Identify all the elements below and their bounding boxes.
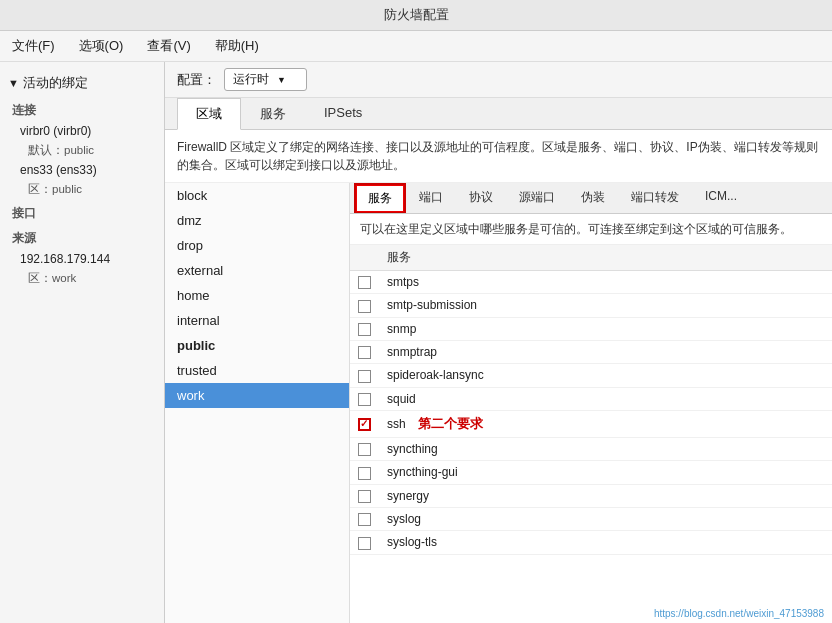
service-row-smtp-submission: smtp-submission [350, 294, 832, 317]
sub-tab-ports[interactable]: 端口 [406, 183, 456, 213]
service-row-syslog: syslog [350, 507, 832, 530]
service-row-spideroak-lansync: spideroak-lansync [350, 364, 832, 387]
zone-work[interactable]: work [165, 383, 349, 408]
checkbox-smtps[interactable] [358, 276, 371, 289]
service-row-syncthing-gui: syncthing-gui [350, 461, 832, 484]
tab-services[interactable]: 服务 [241, 98, 305, 129]
sub-tab-protocol[interactable]: 协议 [456, 183, 506, 213]
config-label: 配置： [177, 71, 216, 89]
checkbox-cell-spideroak-lansync [350, 364, 379, 387]
sub-tab-masquerade[interactable]: 伪装 [568, 183, 618, 213]
sidebar-group-connections: 连接 [0, 96, 164, 121]
active-connections-toggle[interactable]: ▼ 活动的绑定 [0, 70, 164, 96]
service-row-squid: squid [350, 387, 832, 410]
service-table-area: 服务 smtpssmtp-submissionsnmpsnmptrapspide… [350, 245, 832, 623]
checkbox-syslog-tls[interactable] [358, 537, 371, 550]
checkbox-ssh[interactable] [358, 418, 371, 431]
checkbox-cell-syslog-tls [350, 531, 379, 554]
menu-options[interactable]: 选项(O) [75, 35, 128, 57]
service-row-ssh: ssh第二个要求 [350, 410, 832, 437]
checkbox-squid[interactable] [358, 393, 371, 406]
sub-tab-src-ports[interactable]: 源端口 [506, 183, 568, 213]
sidebar-sub-ens33-zone: 区：public [0, 180, 164, 199]
service-description: 可以在这里定义区域中哪些服务是可信的。可连接至绑定到这个区域的可信服务。 [350, 214, 832, 245]
zone-dmz[interactable]: dmz [165, 208, 349, 233]
config-dropdown[interactable]: 运行时 [224, 68, 307, 91]
col-service-header: 服务 [379, 245, 832, 271]
menu-help[interactable]: 帮助(H) [211, 35, 263, 57]
checkbox-snmp[interactable] [358, 323, 371, 336]
zone-external[interactable]: external [165, 258, 349, 283]
service-label-syslog: syslog [379, 507, 832, 530]
sidebar-sub-source-zone: 区：work [0, 269, 164, 288]
title-text: 防火墙配置 [384, 7, 449, 22]
zone-public[interactable]: public [165, 333, 349, 358]
service-table: 服务 smtpssmtp-submissionsnmpsnmptrapspide… [350, 245, 832, 555]
main-description: FirewallD 区域定义了绑定的网络连接、接口以及源地址的可信程度。区域是服… [165, 130, 832, 183]
zone-internal[interactable]: internal [165, 308, 349, 333]
main-tabs: 区域 服务 IPSets [165, 98, 832, 130]
service-label-syncthing-gui: syncthing-gui [379, 461, 832, 484]
sub-tab-icm[interactable]: ICM... [692, 183, 750, 213]
checkbox-cell-squid [350, 387, 379, 410]
sidebar-item-ens33[interactable]: ens33 (ens33) [0, 160, 164, 180]
zone-trusted[interactable]: trusted [165, 358, 349, 383]
menu-view[interactable]: 查看(V) [143, 35, 194, 57]
checkbox-cell-syncthing [350, 437, 379, 460]
checkbox-cell-synergy [350, 484, 379, 507]
checkbox-snmptrap[interactable] [358, 346, 371, 359]
col-checkbox [350, 245, 379, 271]
service-row-smtps: smtps [350, 271, 832, 294]
service-row-snmptrap: snmptrap [350, 340, 832, 363]
service-label-snmp: snmp [379, 317, 832, 340]
tab-zones[interactable]: 区域 [177, 98, 241, 130]
checkbox-syncthing[interactable] [358, 443, 371, 456]
service-row-synergy: synergy [350, 484, 832, 507]
service-label-syncthing: syncthing [379, 437, 832, 460]
content-area: 配置： 运行时 区域 服务 IPSets FirewallD 区域定义了绑定的网… [165, 62, 832, 623]
sub-tab-port-fwd[interactable]: 端口转发 [618, 183, 692, 213]
active-connections-label: 活动的绑定 [23, 74, 88, 92]
zone-block[interactable]: block [165, 183, 349, 208]
service-label-spideroak-lansync: spideroak-lansync [379, 364, 832, 387]
sidebar-item-source-ip[interactable]: 192.168.179.144 [0, 249, 164, 269]
service-row-syslog-tls: syslog-tls [350, 531, 832, 554]
titlebar: 防火墙配置 [0, 0, 832, 31]
service-label-synergy: synergy [379, 484, 832, 507]
service-label-smtp-submission: smtp-submission [379, 294, 832, 317]
checkbox-cell-smtps [350, 271, 379, 294]
service-panel: 服务 端口 协议 源端口 伪装 端口转发 ICM... 可以在这里定义区域中哪些… [350, 183, 832, 623]
checkbox-syslog[interactable] [358, 513, 371, 526]
zone-home[interactable]: home [165, 283, 349, 308]
tab-ipsets[interactable]: IPSets [305, 98, 381, 129]
service-label-squid: squid [379, 387, 832, 410]
main-container: ▼ 活动的绑定 连接 virbr0 (virbr0) 默认：public ens… [0, 62, 832, 623]
service-row-syncthing: syncthing [350, 437, 832, 460]
service-row-snmp: snmp [350, 317, 832, 340]
checkbox-syncthing-gui[interactable] [358, 467, 371, 480]
service-label-snmptrap: snmptrap [379, 340, 832, 363]
sidebar: ▼ 活动的绑定 连接 virbr0 (virbr0) 默认：public ens… [0, 62, 165, 623]
sidebar-group-sources: 来源 [0, 224, 164, 249]
zone-service-container: block dmz drop external home internal pu… [165, 183, 832, 623]
checkbox-spideroak-lansync[interactable] [358, 370, 371, 383]
chevron-icon: ▼ [8, 77, 19, 89]
checkbox-smtp-submission[interactable] [358, 300, 371, 313]
checkbox-cell-snmptrap [350, 340, 379, 363]
checkbox-cell-smtp-submission [350, 294, 379, 317]
checkbox-cell-syncthing-gui [350, 461, 379, 484]
service-label-syslog-tls: syslog-tls [379, 531, 832, 554]
service-label-ssh: ssh第二个要求 [379, 410, 832, 437]
sidebar-sub-virbr0-zone: 默认：public [0, 141, 164, 160]
service-label-smtps: smtps [379, 271, 832, 294]
checkbox-synergy[interactable] [358, 490, 371, 503]
menu-file[interactable]: 文件(F) [8, 35, 59, 57]
watermark: https://blog.csdn.net/weixin_47153988 [654, 608, 824, 619]
zone-drop[interactable]: drop [165, 233, 349, 258]
sub-tab-services[interactable]: 服务 [354, 183, 406, 214]
ssh-annotation: 第二个要求 [418, 416, 483, 431]
checkbox-cell-ssh [350, 410, 379, 437]
sidebar-item-virbr0[interactable]: virbr0 (virbr0) [0, 121, 164, 141]
sub-tabs: 服务 端口 协议 源端口 伪装 端口转发 ICM... [350, 183, 832, 214]
sidebar-group-interfaces: 接口 [0, 199, 164, 224]
